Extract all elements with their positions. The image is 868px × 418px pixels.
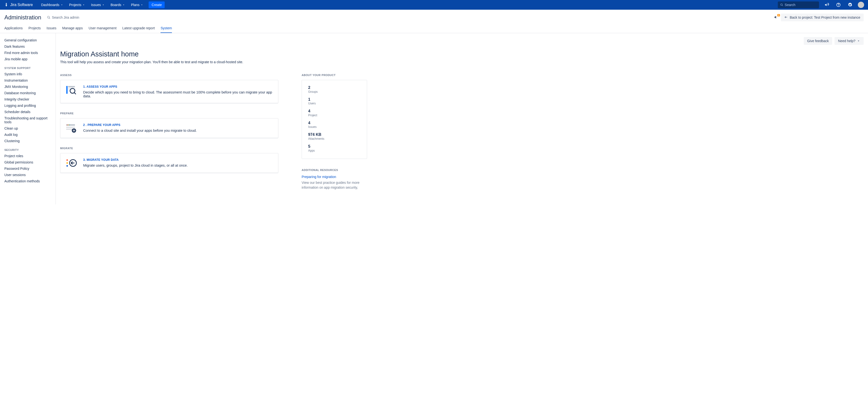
sidebar-troubleshooting[interactable]: Troubleshooting and support tools <box>4 115 52 125</box>
admin-search[interactable]: Search Jira admin <box>47 15 79 20</box>
two-col: ASSESS 1. ASSESS YOUR APPS Decide which … <box>60 74 864 190</box>
feedback-megaphone-icon[interactable]: 1 <box>774 14 779 21</box>
tab-applications[interactable]: Applications <box>4 24 23 33</box>
sidebar-integrity-checker[interactable]: Integrity checker <box>4 96 52 102</box>
svg-point-20 <box>66 159 68 161</box>
help-icon[interactable] <box>835 1 842 9</box>
jira-logo-text: Jira Software <box>10 3 33 7</box>
page-title: Migration Assistant home <box>60 50 864 58</box>
sidebar-find-more-admin-tools[interactable]: Find more admin tools <box>4 50 52 56</box>
chevron-down-icon <box>102 3 105 6</box>
avatar[interactable] <box>858 2 864 8</box>
stat-apps: 5Apps <box>308 144 361 152</box>
tab-issues[interactable]: Issues <box>46 24 56 33</box>
chevron-down-icon <box>857 39 860 43</box>
about-product-label: ABOUT YOUR PRODUCT <box>302 74 367 76</box>
jira-logo[interactable]: Jira Software <box>4 2 33 7</box>
card-desc: Connect to a cloud site and install your… <box>83 129 273 133</box>
svg-rect-16 <box>66 129 73 130</box>
sidebar: General configuration Dark features Find… <box>0 33 56 204</box>
card-assess-apps[interactable]: 1. ASSESS YOUR APPS Decide which apps yo… <box>60 80 278 103</box>
sidebar-authentication-methods[interactable]: Authentication methods <box>4 178 52 184</box>
sidebar-logging-profiling[interactable]: Logging and profiling <box>4 102 52 109</box>
settings-icon[interactable] <box>846 1 854 9</box>
tab-latest-upgrade-report[interactable]: Latest upgrade report <box>122 24 155 33</box>
sidebar-jira-mobile-app[interactable]: Jira mobile app <box>4 56 52 62</box>
sidebar-password-policy[interactable]: Password Policy <box>4 165 52 172</box>
sidebar-user-sessions[interactable]: User sessions <box>4 172 52 178</box>
sidebar-section-security: SECURITY <box>4 148 52 151</box>
card-migrate-data[interactable]: 3. MIGRATE YOUR DATA Migrate users, grou… <box>60 153 278 173</box>
nav-plans[interactable]: Plans <box>128 1 146 8</box>
give-feedback-button[interactable]: Give feedback <box>804 37 832 45</box>
tab-user-management[interactable]: User management <box>89 24 116 33</box>
tab-system[interactable]: System <box>160 24 172 33</box>
chevron-down-icon <box>141 3 143 6</box>
sidebar-system-info[interactable]: System info <box>4 71 52 77</box>
svg-point-21 <box>66 162 68 164</box>
create-button[interactable]: Create <box>149 1 165 8</box>
sidebar-clustering[interactable]: Clustering <box>4 138 52 144</box>
topnav-right <box>778 1 864 9</box>
card-desc: Migrate users, groups, project to Jira c… <box>83 164 273 167</box>
svg-point-13 <box>68 125 69 126</box>
tab-manage-apps[interactable]: Manage apps <box>62 24 83 33</box>
nav-issues[interactable]: Issues <box>89 1 107 8</box>
svg-point-0 <box>781 4 782 5</box>
nav-dashboards[interactable]: Dashboards <box>38 1 66 8</box>
svg-point-12 <box>67 125 68 126</box>
resource-preparing-link[interactable]: Preparing for migration <box>302 175 367 179</box>
prepare-icon <box>66 123 78 133</box>
back-to-project-link[interactable]: Back to project: Test Project from new i… <box>781 13 864 21</box>
additional-resources-label: ADDITIONAL RESOURCES <box>302 169 367 171</box>
card-desc: Decide which apps you need to bring to c… <box>83 90 273 98</box>
card-body: 3. MIGRATE YOUR DATA Migrate users, grou… <box>83 158 273 168</box>
stat-groups: 2Groups <box>308 85 361 94</box>
svg-line-5 <box>49 18 50 19</box>
stat-issues: 4Issues <box>308 121 361 129</box>
admin-title: Administration <box>4 14 41 21</box>
card-title: 3. MIGRATE YOUR DATA <box>83 158 273 162</box>
card-title: 2 . PREPARE YOUR APPS <box>83 123 273 127</box>
stat-project: 4Project <box>308 109 361 117</box>
section-prepare-label: PREPARE <box>60 112 278 115</box>
col-right: ABOUT YOUR PRODUCT 2Groups 1Users 4Proje… <box>302 74 367 190</box>
nav-projects[interactable]: Projects <box>67 1 88 8</box>
chevron-down-icon <box>122 3 125 6</box>
main-top-actions: Give feedback Need help? <box>60 37 864 45</box>
global-search-input[interactable] <box>784 3 816 7</box>
sidebar-instrumentation[interactable]: Instrumentation <box>4 77 52 83</box>
svg-rect-15 <box>66 127 75 128</box>
nav-items: Dashboards Projects Issues Boards Plans … <box>38 1 165 8</box>
sidebar-jmx-monitoring[interactable]: JMX Monitoring <box>4 83 52 90</box>
svg-rect-7 <box>68 86 75 88</box>
nav-boards[interactable]: Boards <box>108 1 127 8</box>
col-left: ASSESS 1. ASSESS YOUR APPS Decide which … <box>60 74 278 190</box>
sidebar-clean-up[interactable]: Clean up <box>4 125 52 132</box>
sidebar-global-permissions[interactable]: Global permissions <box>4 159 52 165</box>
sidebar-scheduler-details[interactable]: Scheduler details <box>4 109 52 115</box>
tab-projects[interactable]: Projects <box>29 24 41 33</box>
megaphone-icon[interactable] <box>823 1 831 9</box>
section-migrate-label: MIGRATE <box>60 147 278 150</box>
chevron-down-icon <box>60 3 63 6</box>
sidebar-audit-log[interactable]: Audit log <box>4 132 52 138</box>
admin-header: Administration Search Jira admin 1 Back … <box>0 10 868 24</box>
migrate-icon <box>66 158 78 168</box>
jira-logo-icon <box>4 2 9 7</box>
sidebar-project-roles[interactable]: Project roles <box>4 153 52 159</box>
svg-point-3 <box>838 6 839 6</box>
feedback-badge: 1 <box>777 14 780 16</box>
main: Give feedback Need help? Migration Assis… <box>56 33 868 204</box>
search-icon <box>47 16 51 19</box>
content: General configuration Dark features Find… <box>0 33 868 204</box>
search-icon <box>780 3 783 6</box>
need-help-button[interactable]: Need help? <box>835 37 864 45</box>
sidebar-database-monitoring[interactable]: Database monitoring <box>4 90 52 96</box>
card-title: 1. ASSESS YOUR APPS <box>83 85 273 89</box>
svg-line-10 <box>74 93 76 94</box>
card-prepare-apps[interactable]: 2 . PREPARE YOUR APPS Connect to a cloud… <box>60 118 278 138</box>
sidebar-dark-features[interactable]: Dark features <box>4 43 52 50</box>
sidebar-general-configuration[interactable]: General configuration <box>4 37 52 43</box>
global-search[interactable] <box>778 1 819 8</box>
